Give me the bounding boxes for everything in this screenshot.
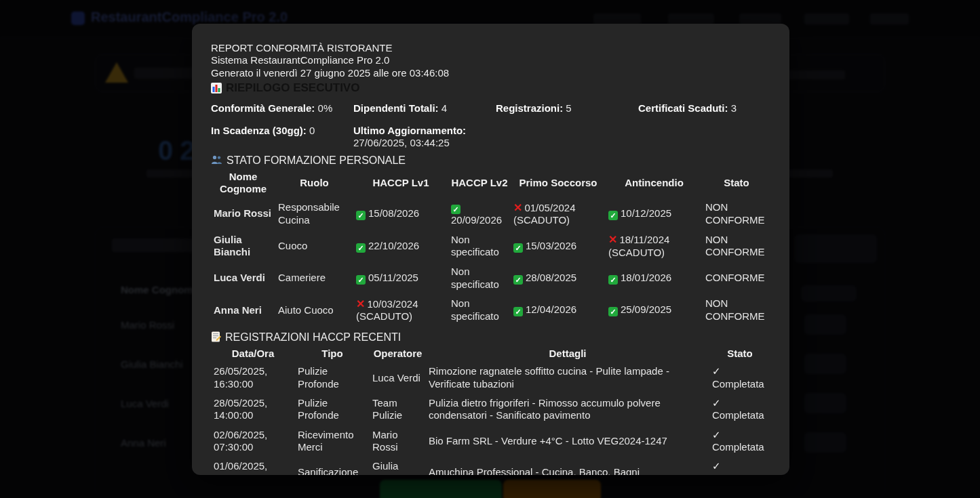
column-header: Ruolo — [275, 169, 353, 198]
check-icon: ✓ — [608, 275, 618, 285]
completed-check-icon: ✓ — [712, 429, 721, 440]
report-subtitle: Sistema RestaurantCompliance Pro 2.0 — [211, 54, 770, 66]
column-header: Primo Soccorso — [511, 169, 606, 198]
stat-label: Dipendenti Totali: — [353, 102, 439, 114]
record-datetime: 26/05/2025, 16:30:00 — [211, 362, 295, 394]
summary-stats-grid: Conformità Generale: 0%Dipendenti Totali… — [211, 102, 770, 150]
check-icon: ✓ — [513, 243, 523, 253]
column-header: Stato — [703, 169, 770, 198]
record-status: ✓ Completata — [709, 426, 770, 457]
compliance-status: NON CONFORME — [703, 294, 770, 327]
cert-cell: Non specificato — [448, 262, 511, 294]
cross-icon: ✕ — [356, 298, 365, 310]
screen: RestaurantCompliance Pro 2.0 02 7 Nome C… — [0, 0, 980, 498]
cert-cell: ✓25/09/2025 — [606, 294, 703, 327]
table-header-row: Data/OraTipoOperatoreDettagliStato — [211, 346, 770, 362]
cert-cell: ✕01/05/2024 (SCADUTO) — [511, 198, 606, 230]
records-section-heading: REGISTRAZIONI HACCP RECENTI — [211, 331, 770, 344]
cert-cell: ✓20/09/2026 — [448, 198, 511, 230]
column-header: Antincendio — [606, 169, 703, 198]
check-icon: ✓ — [451, 205, 460, 214]
completed-check-icon: ✓ — [712, 460, 721, 472]
employee-name: Giulia Bianchi — [211, 230, 275, 262]
training-row: Anna NeriAiuto Cuoco✕10/03/2024 (SCADUTO… — [211, 294, 770, 327]
record-type: Pulizie Profonde — [295, 394, 370, 426]
record-operator: Luca Verdi — [370, 362, 426, 394]
check-icon: ✓ — [356, 211, 366, 220]
cert-cell: Non specificato — [448, 230, 511, 262]
check-icon: ✓ — [356, 243, 366, 253]
employee-role: Responsabile Cucina — [275, 198, 353, 230]
record-details: Pulizia dietro frigoriferi - Rimosso acc… — [426, 394, 709, 426]
summary-stat: Registrazioni: 5 — [496, 102, 638, 115]
summary-stat: In Scadenza (30gg): 0 — [211, 125, 353, 150]
employee-role: Aiuto Cuoco — [275, 294, 353, 327]
bar-chart-icon — [211, 83, 222, 94]
record-operator: Team Pulizie — [370, 394, 426, 426]
record-status: ✓ Completata — [709, 457, 770, 475]
completed-check-icon: ✓ — [712, 397, 721, 409]
record-status: ✓ Completata — [709, 394, 770, 426]
record-type: Ricevimento Merci — [295, 426, 370, 457]
stat-label: In Scadenza (30gg): — [211, 125, 307, 136]
report-title: REPORT CONFORMITÀ RISTORANTE — [211, 42, 770, 54]
record-row: 01/06/2025, 20:15:00SanificazioneGiulia … — [211, 457, 770, 475]
table-header-row: Nome CognomeRuoloHACCP Lv1HACCP Lv2Primo… — [211, 169, 770, 198]
record-details: Rimozione ragnatele soffitto cucina - Pu… — [426, 362, 709, 394]
compliance-status: NON CONFORME — [703, 198, 770, 230]
column-header: Stato — [709, 346, 770, 362]
training-row: Giulia BianchiCuoco✓22/10/2026Non specif… — [211, 230, 770, 262]
column-header: Tipo — [295, 346, 370, 362]
cross-icon: ✕ — [608, 234, 617, 245]
record-datetime: 01/06/2025, 20:15:00 — [211, 457, 295, 475]
cert-cell: ✓10/12/2025 — [606, 198, 703, 230]
cert-cell: ✓15/08/2026 — [353, 198, 448, 230]
record-row: 26/05/2025, 16:30:00Pulizie ProfondeLuca… — [211, 362, 770, 394]
cert-cell: ✕18/11/2024 (SCADUTO) — [606, 230, 703, 262]
compliance-status: CONFORME — [703, 262, 770, 294]
record-details: Bio Farm SRL - Verdure +4°C - Lotto VEG2… — [426, 426, 709, 457]
summary-stat: Dipendenti Totali: 4 — [353, 102, 496, 115]
record-details: Amuchina Professional - Cucina, Banco, B… — [426, 457, 709, 475]
check-icon: ✓ — [608, 307, 618, 316]
record-datetime: 02/06/2025, 07:30:00 — [211, 426, 295, 457]
summary-stat: Ultimo Aggiornamento: 27/06/2025, 03:44:… — [353, 125, 496, 150]
training-section-heading: STATO FORMAZIONE PERSONALE — [211, 154, 770, 167]
record-type: Pulizie Profonde — [295, 362, 370, 394]
cert-cell: ✓05/11/2025 — [353, 262, 448, 294]
record-row: 02/06/2025, 07:30:00Ricevimento MerciMar… — [211, 426, 770, 457]
employee-role: Cameriere — [275, 262, 353, 294]
employee-name: Luca Verdi — [211, 262, 275, 294]
people-icon — [211, 155, 222, 165]
cert-cell: Non specificato — [448, 294, 511, 327]
column-header: Operatore — [370, 346, 426, 362]
record-operator: Giulia Bianchi — [370, 457, 426, 475]
training-row: Mario RossiResponsabile Cucina✓15/08/202… — [211, 198, 770, 230]
cert-cell: ✓15/03/2026 — [511, 230, 606, 262]
completed-check-icon: ✓ — [712, 365, 721, 377]
cert-cell: ✓12/04/2026 — [511, 294, 606, 327]
cross-icon: ✕ — [513, 202, 522, 213]
record-row: 28/05/2025, 14:00:00Pulizie ProfondeTeam… — [211, 394, 770, 426]
stat-label: Conformità Generale: — [211, 102, 315, 114]
summary-section-heading: RIEPILOGO ESECUTIVO — [211, 81, 770, 96]
compliance-status: NON CONFORME — [703, 230, 770, 262]
record-type: Sanificazione — [295, 457, 370, 475]
record-status: ✓ Completata — [709, 362, 770, 394]
record-datetime: 28/05/2025, 14:00:00 — [211, 394, 295, 426]
stat-label: Ultimo Aggiornamento: — [353, 125, 466, 136]
column-header: Nome Cognome — [211, 169, 275, 198]
training-row: Luca VerdiCameriere✓05/11/2025Non specif… — [211, 262, 770, 294]
training-table: Nome CognomeRuoloHACCP Lv1HACCP Lv2Primo… — [211, 169, 770, 327]
employee-role: Cuoco — [275, 230, 353, 262]
check-icon: ✓ — [356, 275, 366, 285]
records-table: Data/OraTipoOperatoreDettagliStato26/05/… — [211, 346, 770, 475]
check-icon: ✓ — [608, 211, 618, 220]
employee-name: Anna Neri — [211, 294, 275, 327]
cert-cell: ✓22/10/2026 — [353, 230, 448, 262]
column-header: Data/Ora — [211, 346, 295, 362]
cert-cell: ✓28/08/2025 — [511, 262, 606, 294]
summary-stat: Conformità Generale: 0% — [211, 102, 353, 115]
check-icon: ✓ — [513, 307, 523, 316]
cert-cell: ✓18/01/2026 — [606, 262, 703, 294]
